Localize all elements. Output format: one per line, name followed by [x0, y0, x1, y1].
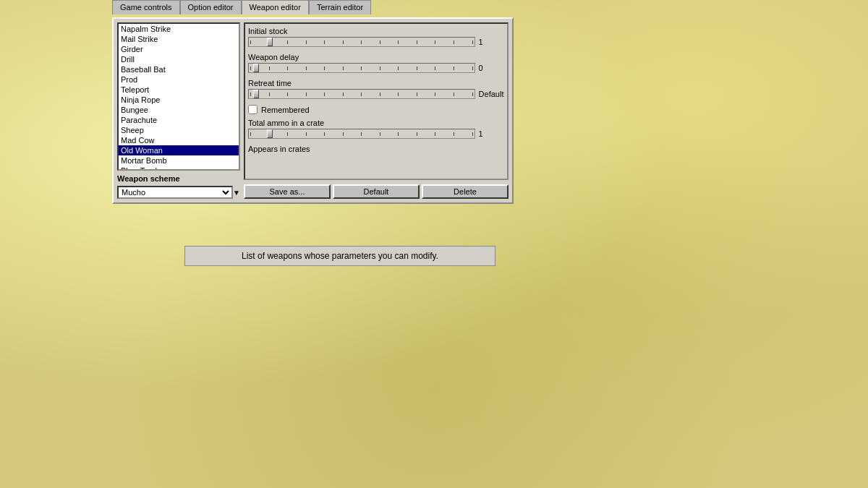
list-item[interactable]: Blow Torch	[119, 166, 239, 171]
initial-stock-section: Initial stock	[248, 27, 504, 47]
initial-stock-slider-track	[248, 37, 475, 47]
weapon-delay-section: Weapon delay	[248, 53, 504, 73]
list-item[interactable]: Parachute	[119, 115, 239, 125]
retreat-time-label: Retreat time	[248, 79, 504, 87]
list-item[interactable]: Mortar Bomb	[119, 155, 239, 166]
weapons-list-container: Napalm StrikeMail StrikeGirderDrillBaseb…	[117, 22, 240, 199]
weapon-delay-label: Weapon delay	[248, 53, 504, 61]
list-item[interactable]: Girder	[119, 44, 239, 54]
list-item[interactable]: Bungee	[119, 105, 239, 115]
weapon-delay-slider-track	[248, 63, 475, 73]
total-ammo-section: Total ammo in a crate	[248, 119, 504, 139]
initial-stock-thumb	[267, 38, 273, 46]
tabs-bar: Game controls Option editor Weapon edito…	[112, 0, 371, 14]
remembered-row: Remembered	[248, 105, 504, 114]
delete-button[interactable]: Delete	[422, 184, 509, 199]
scheme-select[interactable]: Mucho Default Custom	[117, 186, 233, 199]
list-item[interactable]: Old Woman	[119, 145, 239, 155]
initial-stock-value: 1	[479, 38, 504, 46]
tab-game-controls[interactable]: Game controls	[112, 0, 180, 14]
list-item[interactable]: Sheep	[119, 125, 239, 135]
scheme-label: Weapon scheme	[117, 174, 240, 183]
retreat-time-slider-track	[248, 89, 475, 99]
total-ammo-label: Total ammo in a crate	[248, 119, 504, 127]
weapons-list[interactable]: Napalm StrikeMail StrikeGirderDrillBaseb…	[117, 22, 240, 171]
scheme-select-row: Mucho Default Custom ▼	[117, 186, 240, 199]
initial-stock-label: Initial stock	[248, 27, 504, 35]
tab-option-editor[interactable]: Option editor	[180, 0, 242, 14]
retreat-time-section: Retreat time	[248, 79, 504, 99]
dropdown-arrow-icon: ▼	[233, 189, 240, 197]
total-ammo-thumb	[267, 129, 273, 138]
tab-weapon-editor[interactable]: Weapon editor	[242, 0, 309, 14]
list-item[interactable]: Mail Strike	[119, 34, 239, 44]
weapon-delay-thumb	[253, 64, 259, 72]
weapon-delay-value: 0	[479, 64, 504, 72]
list-item[interactable]: Drill	[119, 54, 239, 64]
retreat-time-value: Default	[479, 90, 504, 98]
sliders-panel: Initial stock	[244, 22, 509, 180]
list-item[interactable]: Baseball Bat	[119, 64, 239, 74]
appears-crates-section: Appears in crates	[248, 145, 504, 153]
remembered-label: Remembered	[261, 106, 310, 114]
list-item[interactable]: Ninja Rope	[119, 95, 239, 105]
retreat-time-thumb	[253, 90, 259, 98]
list-item[interactable]: Mad Cow	[119, 135, 239, 145]
default-button[interactable]: Default	[333, 184, 420, 199]
list-item[interactable]: Napalm Strike	[119, 24, 239, 34]
action-buttons: Save as... Default Delete	[244, 184, 509, 199]
scheme-area: Weapon scheme Mucho Default Custom ▼	[117, 174, 240, 199]
tooltip-text: List of weapons whose parameters you can…	[242, 251, 438, 261]
tooltip-bar: List of weapons whose parameters you can…	[184, 246, 495, 266]
main-panel: Napalm StrikeMail StrikeGirderDrillBaseb…	[112, 17, 514, 204]
list-item[interactable]: Prod	[119, 74, 239, 85]
total-ammo-slider-track	[248, 129, 475, 139]
appears-crates-label: Appears in crates	[248, 145, 504, 153]
tab-terrain-editor[interactable]: Terrain editor	[309, 0, 371, 14]
save-as-button[interactable]: Save as...	[244, 184, 331, 199]
total-ammo-value: 1	[479, 129, 504, 138]
remembered-checkbox[interactable]	[248, 105, 258, 114]
list-item[interactable]: Teleport	[119, 85, 239, 95]
